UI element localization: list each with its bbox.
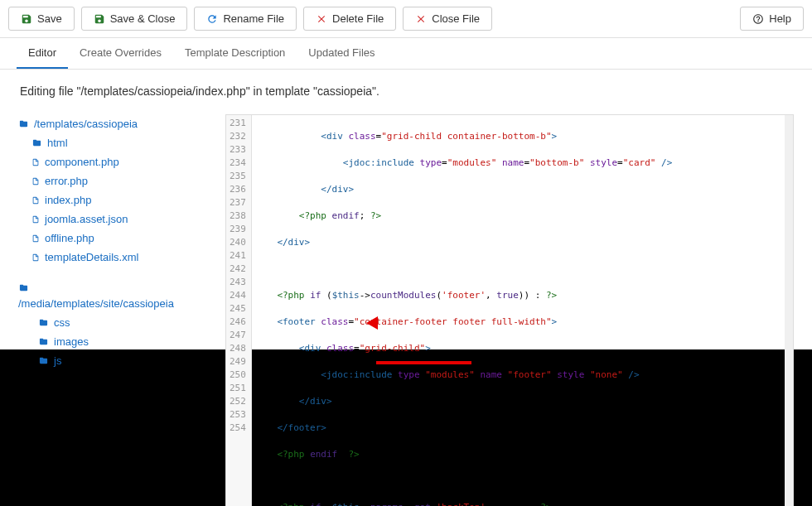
save-close-button[interactable]: Save & Close — [81, 7, 188, 31]
rename-label: Rename File — [223, 12, 284, 25]
tree-item-label: error.php — [45, 175, 88, 187]
tree-item-component[interactable]: component.php — [18, 152, 209, 171]
save-icon — [94, 13, 105, 25]
tab-create-overrides[interactable]: Create Overrides — [68, 38, 173, 69]
file-icon — [31, 214, 40, 224]
close-x-icon — [316, 13, 327, 25]
tree-root-label: /media/templates/site/cassiopeia — [18, 296, 209, 313]
close-x-icon — [415, 13, 427, 25]
tree-item-label: component.php — [45, 156, 119, 168]
tree-item-label: css — [54, 316, 70, 329]
rename-button[interactable]: Rename File — [194, 7, 297, 31]
tree-item-label: joomla.asset.json — [45, 213, 128, 225]
save-icon — [21, 13, 32, 25]
question-icon — [752, 13, 764, 25]
tab-updated-files[interactable]: Updated Files — [297, 38, 386, 69]
code-content[interactable]: <div class="grid-child container-bottom-… — [252, 115, 793, 506]
save-button[interactable]: Save — [8, 7, 75, 31]
tree-item-html[interactable]: html — [18, 133, 209, 152]
save-label: Save — [37, 12, 62, 25]
tree-item-images[interactable]: images — [18, 332, 209, 351]
file-icon — [31, 176, 40, 186]
file-icon — [31, 195, 40, 205]
refresh-icon — [206, 13, 218, 25]
folder-icon — [38, 318, 49, 327]
save-close-label: Save & Close — [110, 12, 176, 25]
tree-item-css[interactable]: css — [18, 313, 209, 332]
close-file-label: Close File — [432, 12, 480, 25]
folder-icon — [38, 337, 49, 346]
file-tree: /templates/cassiopeia html component.php — [18, 114, 209, 506]
tree-item-label: images — [54, 335, 89, 348]
code-editor[interactable]: 231 232 233 234 235 236 237 238 239 240 … — [225, 114, 794, 506]
tree-item-offline[interactable]: offline.php — [18, 229, 209, 248]
delete-label: Delete File — [332, 12, 384, 25]
tree-item-label: offline.php — [45, 232, 94, 244]
tree-item-label: templateDetails.xml — [45, 251, 138, 263]
toolbar: Save Save & Close Rename File Delete Fil… — [0, 0, 812, 38]
vertical-scrollbar[interactable] — [785, 115, 793, 506]
tree-root-templates[interactable]: /templates/cassiopeia — [18, 114, 209, 133]
tree-item-label: index.php — [45, 194, 91, 206]
close-file-button[interactable]: Close File — [403, 7, 492, 31]
delete-button[interactable]: Delete File — [303, 7, 396, 31]
help-label: Help — [769, 12, 791, 25]
tree-item-error[interactable]: error.php — [18, 171, 209, 190]
tab-editor[interactable]: Editor — [17, 38, 68, 69]
tree-item-template-details[interactable]: templateDetails.xml — [18, 248, 209, 267]
folder-icon — [38, 356, 49, 365]
folder-icon — [18, 119, 29, 128]
file-icon — [31, 253, 40, 263]
tree-root-media[interactable] — [18, 280, 209, 296]
folder-icon — [18, 283, 29, 292]
file-icon — [31, 234, 40, 243]
tree-item-label: js — [54, 354, 61, 367]
tree-item-label: html — [47, 137, 68, 149]
line-gutter: 231 232 233 234 235 236 237 238 239 240 … — [226, 115, 252, 506]
tree-item-js[interactable]: js — [18, 351, 209, 370]
folder-icon — [31, 138, 42, 147]
tabs-bar: Editor Create Overrides Template Descrip… — [0, 38, 812, 70]
tab-template-description[interactable]: Template Description — [173, 38, 297, 69]
help-button[interactable]: Help — [740, 7, 804, 31]
tree-item-index[interactable]: index.php — [18, 190, 209, 210]
file-icon — [31, 157, 40, 167]
tree-item-joomla-asset[interactable]: joomla.asset.json — [18, 210, 209, 229]
tree-root-label: /templates/cassiopeia — [34, 118, 138, 130]
page-title: Editing file "/templates/cassiopeia/inde… — [18, 84, 794, 98]
